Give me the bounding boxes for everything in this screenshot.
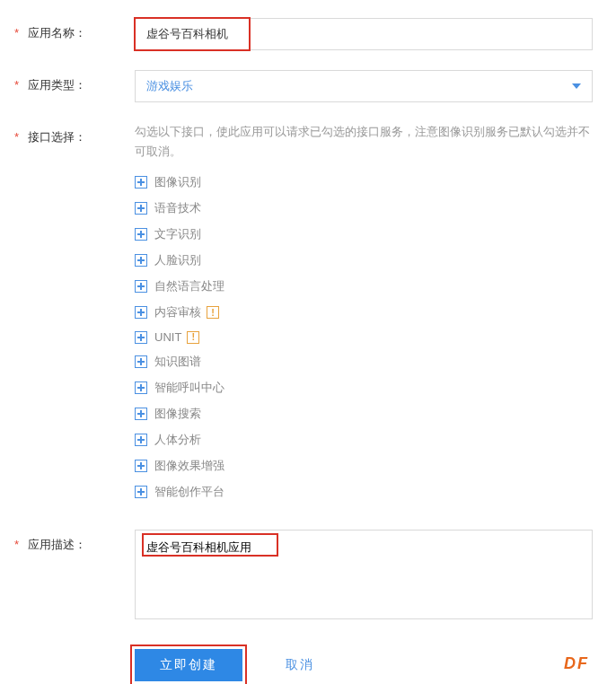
api-item[interactable]: 智能呼叫中心 (135, 380, 593, 396)
api-item[interactable]: 人体分析 (135, 432, 593, 448)
plus-icon (135, 381, 147, 394)
warning-icon: ! (207, 306, 219, 319)
plus-icon (135, 228, 147, 241)
api-item[interactable]: UNIT! (135, 330, 593, 344)
api-item-label: 文字识别 (154, 226, 201, 242)
api-item-label: 图像效果增强 (154, 458, 224, 474)
chevron-down-icon (572, 83, 581, 89)
api-item[interactable]: 人脸识别 (135, 252, 593, 268)
api-item-label: UNIT (154, 330, 181, 344)
api-item-label: 自然语言处理 (154, 278, 224, 294)
api-item-label: 知识图谱 (154, 354, 201, 370)
required-star-icon: * (14, 538, 19, 551)
api-item[interactable]: 智能创作平台 (135, 484, 593, 500)
row-app-type: * 应用类型： 游戏娱乐 (9, 70, 607, 102)
plus-icon (135, 408, 147, 420)
create-button[interactable]: 立即创建 (135, 649, 242, 681)
button-row: 立即创建 取消 DF (135, 649, 607, 681)
api-item-label: 智能呼叫中心 (154, 380, 224, 396)
label-text-app-type: 应用类型： (28, 78, 86, 92)
label-text-app-desc: 应用描述： (28, 538, 86, 551)
cancel-button[interactable]: 取消 (260, 649, 339, 681)
row-api-select: * 接口选择： 勾选以下接口，使此应用可以请求已勾选的接口服务，注意图像识别服务… (9, 122, 607, 510)
required-star-icon: * (14, 26, 19, 39)
app-type-select[interactable]: 游戏娱乐 (135, 70, 593, 102)
api-item[interactable]: 内容审核! (135, 304, 593, 320)
api-item[interactable]: 知识图谱 (135, 354, 593, 370)
label-text-api-select: 接口选择： (28, 130, 86, 144)
api-item-label: 图像搜索 (154, 406, 201, 422)
plus-icon (135, 254, 147, 267)
plus-icon (135, 176, 147, 189)
plus-icon (135, 486, 147, 498)
label-app-name: * 应用名称： (9, 18, 135, 41)
plus-icon (135, 355, 147, 368)
create-button-wrap: 立即创建 (135, 649, 242, 681)
api-item-label: 语音技术 (154, 200, 201, 216)
api-item[interactable]: 图像搜索 (135, 406, 593, 422)
label-app-desc: * 应用描述： (9, 530, 135, 553)
label-api-select: * 接口选择： (9, 122, 135, 145)
api-item[interactable]: 图像识别 (135, 174, 593, 190)
plus-icon (135, 280, 147, 293)
app-name-input-wrap (135, 18, 593, 50)
row-app-name: * 应用名称： (9, 18, 607, 50)
label-text-app-name: 应用名称： (28, 26, 86, 39)
app-desc-textarea[interactable] (135, 530, 593, 619)
api-hint-text: 勾选以下接口，使此应用可以请求已勾选的接口服务，注意图像识别服务已默认勾选并不可… (135, 122, 593, 162)
app-desc-wrap (135, 530, 593, 622)
api-item-label: 内容审核 (154, 304, 201, 320)
api-list: 图像识别语音技术文字识别人脸识别自然语言处理内容审核!UNIT!知识图谱智能呼叫… (135, 174, 593, 500)
app-type-selected-value: 游戏娱乐 (146, 78, 193, 94)
api-item-label: 图像识别 (154, 174, 201, 190)
plus-icon (135, 460, 147, 472)
api-item-label: 智能创作平台 (154, 484, 224, 500)
app-name-input[interactable] (135, 18, 593, 50)
warning-icon: ! (187, 331, 199, 344)
api-item-label: 人脸识别 (154, 252, 201, 268)
plus-icon (135, 434, 147, 446)
api-item[interactable]: 自然语言处理 (135, 278, 593, 294)
plus-icon (135, 202, 147, 215)
plus-icon (135, 331, 147, 344)
watermark-text: DF (564, 654, 589, 673)
required-star-icon: * (14, 78, 19, 92)
api-item[interactable]: 图像效果增强 (135, 458, 593, 474)
api-item-label: 人体分析 (154, 432, 201, 448)
label-app-type: * 应用类型： (9, 70, 135, 93)
api-item[interactable]: 语音技术 (135, 200, 593, 216)
plus-icon (135, 306, 147, 319)
row-app-desc: * 应用描述： (9, 530, 607, 622)
api-item[interactable]: 文字识别 (135, 226, 593, 242)
required-star-icon: * (14, 130, 19, 144)
